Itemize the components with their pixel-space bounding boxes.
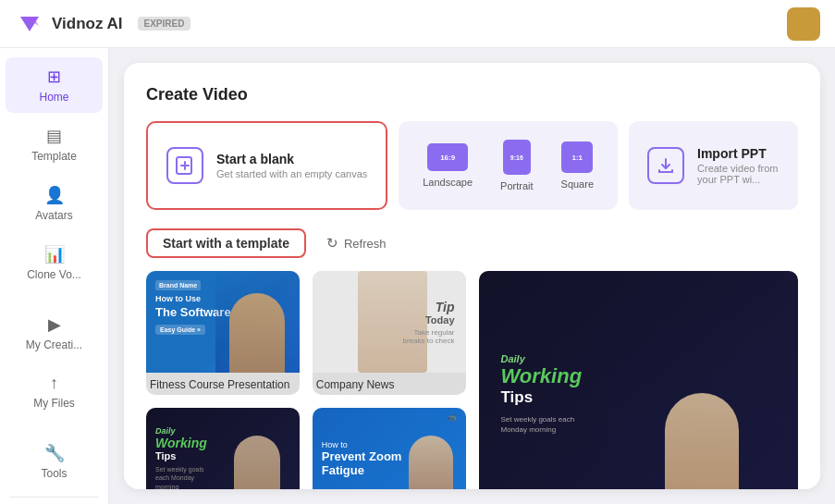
template-card-fitness[interactable]: Brand Name How to Use The Software Easy …	[146, 271, 300, 395]
my-files-icon: ↑	[50, 374, 58, 393]
sidebar-item-clone-voice[interactable]: 📊 Clone Vo...	[6, 235, 103, 290]
sidebar: ⊞ Home ▤ Template 👤 Avatars 📊 Clone Vo..…	[0, 48, 109, 504]
square-label: Square	[561, 178, 594, 190]
expired-badge: EXPIRED	[138, 17, 191, 31]
blank-canvas-icon	[166, 147, 203, 184]
import-ppt-button[interactable]: Import PPT Create video from your PPT wi…	[629, 121, 798, 210]
landscape-icon: 16:9	[427, 143, 468, 171]
template-thumb-prevent-zoom: 📹 How to Prevent Zoom Fatigue	[313, 408, 466, 489]
ratio-portrait-button[interactable]: 9:16 Portrait	[491, 134, 542, 197]
template-thumb-fitness: Brand Name How to Use The Software Easy …	[146, 271, 300, 373]
sidebar-item-my-creations-label: My Creati...	[26, 338, 82, 351]
create-video-card: Create Video Start a blank Get started	[124, 63, 820, 489]
sidebar-item-my-creations[interactable]: ▶ My Creati...	[6, 305, 103, 361]
sidebar-item-avatars-label: Avatars	[35, 209, 72, 222]
clone-voice-icon: 📊	[44, 244, 65, 264]
portrait-icon: 9:16	[503, 140, 531, 175]
content-area: Create Video Start a blank Get started	[109, 48, 835, 504]
blank-title: Start a blank	[216, 152, 367, 166]
template-card-company-news[interactable]: Tip Today Take regular breaks to check C…	[313, 271, 466, 395]
refresh-label: Refresh	[344, 237, 387, 251]
ratio-square-button[interactable]: 1:1 Square	[552, 136, 603, 195]
refresh-button[interactable]: ↻ Refresh	[319, 231, 394, 255]
sidebar-item-clone-voice-label: Clone Vo...	[27, 268, 81, 281]
vidnoz-logo-icon	[15, 9, 44, 39]
template-card-working-tips[interactable]: Daily Working Tips Set weekly goals each…	[479, 271, 799, 489]
import-ppt-text: Import PPT Create video from your PPT wi…	[697, 146, 780, 185]
blank-box-text: Start a blank Get started with an empty …	[216, 152, 367, 179]
sidebar-bottom: ★ Extend Video ★ Remove Wate... ★ Export…	[0, 491, 108, 504]
ratio-landscape-button[interactable]: 16:9 Landscape	[413, 138, 482, 193]
import-ppt-subtitle: Create video from your PPT wi...	[697, 163, 780, 185]
template-title-box: Start with a template	[146, 228, 306, 258]
logo-area: Vidnoz AI EXPIRED	[15, 9, 190, 39]
refresh-icon: ↻	[326, 235, 338, 252]
template-thumb-working-tips: Daily Working Tips Set weekly goals each…	[479, 271, 799, 489]
sidebar-item-my-files[interactable]: ↑ My Files	[6, 364, 103, 419]
template-thumb-company-news: Tip Today Take regular breaks to check	[313, 271, 466, 373]
logo-text: Vidnoz AI	[52, 15, 123, 33]
sidebar-divider-3	[9, 497, 99, 498]
user-avatar-button[interactable]	[787, 7, 820, 41]
templates-icon: ▤	[46, 126, 62, 146]
sidebar-item-templates-label: Template	[31, 150, 77, 163]
top-header: Vidnoz AI EXPIRED	[0, 0, 835, 48]
main-layout: ⊞ Home ▤ Template 👤 Avatars 📊 Clone Vo..…	[0, 48, 835, 504]
company-news-template-name: Company News	[313, 373, 466, 395]
template-thumb-working-tips-2: Daily Working Tips Set weekly goals each…	[146, 408, 300, 489]
avatars-icon: 👤	[44, 185, 65, 205]
sidebar-item-templates[interactable]: ▤ Template	[6, 117, 103, 172]
template-section-header: Start with a template ↻ Refresh	[146, 228, 798, 258]
template-card-prevent-zoom[interactable]: 📹 How to Prevent Zoom Fatigue	[313, 408, 466, 489]
landscape-label: Landscape	[423, 177, 473, 188]
sidebar-item-my-files-label: My Files	[33, 397, 75, 410]
template-card-working-tips-2[interactable]: Daily Working Tips Set weekly goals each…	[146, 408, 300, 489]
sidebar-item-home-label: Home	[39, 91, 68, 104]
blank-section: Start a blank Get started with an empty …	[146, 121, 798, 210]
fitness-template-name: Fitness Course Presentation	[146, 373, 300, 395]
portrait-label: Portrait	[500, 180, 533, 191]
tools-icon: 🔧	[44, 443, 65, 463]
home-icon: ⊞	[47, 67, 61, 87]
ratio-options: 16:9 Landscape 9:16 Portrait 1:1	[399, 121, 618, 210]
sidebar-item-home[interactable]: ⊞ Home	[6, 57, 103, 113]
create-video-title: Create Video	[146, 85, 798, 104]
my-creations-icon: ▶	[48, 314, 61, 335]
square-icon: 1:1	[561, 141, 593, 173]
start-blank-button[interactable]: Start a blank Get started with an empty …	[146, 121, 387, 210]
sidebar-item-tools[interactable]: 🔧 Tools	[6, 434, 103, 489]
sidebar-item-avatars[interactable]: 👤 Avatars	[6, 176, 103, 231]
sidebar-item-tools-label: Tools	[41, 467, 67, 480]
import-ppt-icon	[647, 147, 684, 184]
import-ppt-title: Import PPT	[697, 146, 780, 161]
blank-subtitle: Get started with an empty canvas	[216, 168, 367, 179]
template-grid: Brand Name How to Use The Software Easy …	[146, 271, 798, 489]
